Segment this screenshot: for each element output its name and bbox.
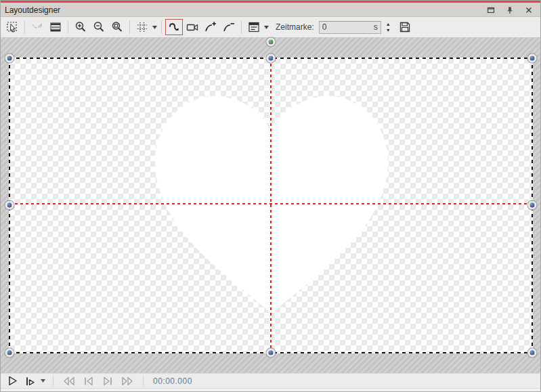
skip-back-button[interactable] — [60, 374, 78, 388]
camera-button[interactable] — [183, 19, 201, 35]
select-tool-button[interactable] — [3, 19, 21, 35]
layout-workspace — [1, 37, 540, 373]
previous-frame-button[interactable] — [81, 374, 97, 388]
add-keyframe-button[interactable] — [202, 19, 219, 35]
skip-forward-button[interactable] — [118, 374, 136, 388]
handle-middle-left[interactable] — [5, 201, 14, 210]
zeitmarke-unit: s — [374, 22, 378, 32]
handle-bottom-right[interactable] — [528, 349, 537, 357]
handle-bottom-left[interactable] — [5, 349, 14, 357]
save-button[interactable] — [396, 19, 414, 35]
grid-button[interactable] — [133, 19, 151, 35]
zoom-in-button[interactable] — [72, 19, 89, 35]
zeitmarke-spinner[interactable]: ▲ ▼ — [384, 21, 393, 34]
curve-tool-button[interactable] — [165, 19, 183, 35]
rotation-handle[interactable] — [267, 38, 276, 47]
curve-select-button[interactable] — [28, 19, 46, 35]
remove-keyframe-button[interactable] — [220, 19, 238, 35]
handle-top-right[interactable] — [528, 54, 537, 63]
zeitmarke-field[interactable]: s — [319, 21, 381, 34]
transport-separator — [53, 376, 53, 387]
zoom-out-button[interactable] — [90, 19, 108, 35]
transport-bar: 00:00.000 — [1, 373, 540, 388]
zoom-fit-button[interactable] — [108, 19, 126, 35]
grid-dropdown-caret[interactable] — [152, 19, 158, 35]
handle-top-center[interactable] — [267, 54, 276, 63]
main-toolbar: Zeitmarke: s ▲ ▼ — [1, 17, 540, 37]
text-tracks-dropdown-caret[interactable] — [263, 19, 269, 35]
close-icon[interactable] — [524, 5, 534, 15]
title-bar[interactable]: Layoutdesigner — [1, 1, 540, 17]
zeitmarke-label: Zeitmarke: — [276, 22, 314, 32]
pin-button[interactable] — [505, 5, 515, 15]
handle-middle-right[interactable] — [528, 201, 537, 210]
spinner-down-icon[interactable]: ▼ — [384, 27, 393, 33]
toolbar-separator — [161, 20, 162, 34]
play-button[interactable] — [5, 374, 20, 388]
play-from-button[interactable] — [23, 374, 37, 388]
toolbar-separator — [68, 20, 68, 34]
layoutdesigner-window: Layoutdesigner — [0, 0, 541, 392]
bottom-strip — [1, 388, 540, 392]
toolbar-separator — [24, 20, 25, 34]
maximize-button[interactable] — [486, 5, 496, 15]
text-tracks-button[interactable] — [245, 19, 263, 35]
vertical-center-guide — [270, 58, 272, 353]
handle-top-left[interactable] — [5, 54, 14, 63]
toolbar-separator — [129, 20, 130, 34]
timecode-display: 00:00.000 — [153, 376, 192, 386]
layers-button[interactable] — [47, 19, 64, 35]
spinner-up-icon[interactable]: ▲ — [384, 21, 393, 27]
layout-canvas[interactable] — [9, 58, 532, 353]
zeitmarke-input[interactable] — [322, 22, 372, 32]
toolbar-separator — [241, 20, 242, 34]
window-title: Layoutdesigner — [5, 5, 60, 15]
next-frame-button[interactable] — [100, 374, 116, 388]
play-from-dropdown-caret[interactable] — [40, 373, 46, 389]
transport-separator — [143, 376, 144, 387]
handle-bottom-center[interactable] — [267, 349, 276, 357]
